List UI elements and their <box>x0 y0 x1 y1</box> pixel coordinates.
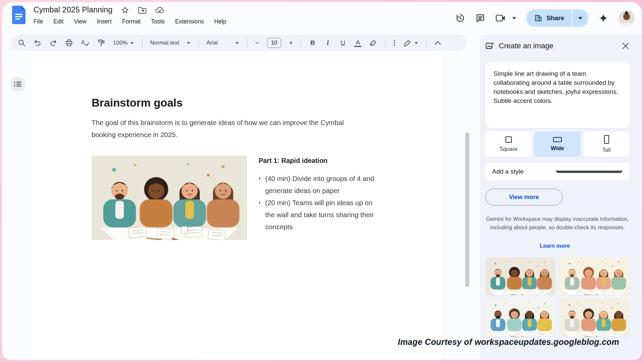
doc-bullet-item: • (20 min) Teams will pin ideas up on th… <box>259 197 389 233</box>
meet-caret-icon[interactable] <box>512 17 516 19</box>
svg-text:A: A <box>81 40 85 45</box>
star-icon[interactable] <box>121 6 129 14</box>
meet-icon[interactable] <box>495 14 516 22</box>
menu-file[interactable]: File <box>34 18 43 25</box>
generated-image-thumbnail[interactable] <box>559 299 630 337</box>
italic-button[interactable]: I <box>324 39 331 47</box>
square-ratio-icon <box>505 136 512 143</box>
font-select[interactable]: Arial <box>206 40 239 46</box>
cloud-status-icon[interactable] <box>155 6 165 14</box>
comments-icon[interactable] <box>475 13 485 23</box>
docs-file-icon[interactable] <box>12 6 25 24</box>
generated-image-thumbnail[interactable] <box>559 257 630 295</box>
menu-tools[interactable]: Tools <box>151 18 165 25</box>
image-courtesy-caption: Image Courtesy of workspaceupdates.googl… <box>398 337 619 347</box>
share-button[interactable]: Share <box>526 9 572 27</box>
page-right-edge <box>443 51 444 360</box>
font-size-increase[interactable]: + <box>289 39 293 47</box>
generated-image-thumbnail[interactable] <box>485 299 555 337</box>
gemini-icon[interactable] <box>598 13 608 23</box>
menu-edit[interactable]: Edit <box>53 18 63 25</box>
underline-button[interactable]: U <box>339 39 346 47</box>
aspect-wide-button[interactable]: Wide <box>534 131 581 157</box>
outline-icon <box>14 81 22 87</box>
topbar: Cymbal 2025 Planning File Edit View Inse… <box>2 2 642 34</box>
learn-more-link[interactable]: Learn more <box>540 243 570 249</box>
spellcheck-icon[interactable]: A <box>81 39 90 47</box>
aspect-square-button[interactable]: Square <box>485 131 532 157</box>
dropdown-caret-icon <box>555 171 623 173</box>
panel-title: Create an image <box>499 42 617 50</box>
font-size-input[interactable]: 10 <box>267 38 281 48</box>
add-style-dropdown[interactable]: Add a style <box>485 163 630 181</box>
more-vert-icon[interactable] <box>393 39 396 47</box>
aspect-ratio-options: Square Wide Tall <box>485 131 630 157</box>
zoom-select[interactable]: 100% <box>113 40 134 46</box>
view-more-button[interactable]: View more <box>485 189 562 205</box>
share-options-button[interactable] <box>572 9 588 27</box>
search-icon[interactable] <box>18 39 26 47</box>
pen-mode-select[interactable] <box>404 39 418 47</box>
doc-heading: Brainstorm goals <box>92 97 182 109</box>
text-color-button[interactable]: A <box>354 39 362 47</box>
doc-section-title: Part 1: Rapid ideation <box>259 157 389 165</box>
document-scrollbar[interactable] <box>465 132 469 287</box>
share-button-group: Share <box>526 9 588 27</box>
undo-icon[interactable] <box>34 39 42 47</box>
toolbar: A 100% Normal text Arial − 10 + B I U A <box>11 35 467 51</box>
menu-help[interactable]: Help <box>214 18 226 25</box>
font-size-decrease[interactable]: − <box>255 39 259 47</box>
doc-intro: The goal of this brainstorm is to genera… <box>92 117 360 141</box>
menu-insert[interactable]: Insert <box>97 18 112 25</box>
collapse-toolbar-icon[interactable] <box>434 41 441 45</box>
history-icon[interactable] <box>455 13 465 23</box>
close-icon[interactable] <box>622 42 629 50</box>
paragraph-style-select[interactable]: Normal text <box>150 40 191 46</box>
highlight-color-icon[interactable] <box>369 39 377 47</box>
menubar: File Edit View Insert Format Tools Exten… <box>34 18 226 25</box>
document-title[interactable]: Cymbal 2025 Planning <box>34 5 112 14</box>
document-outline-button[interactable] <box>10 76 25 92</box>
redo-icon[interactable] <box>49 39 57 47</box>
doc-bullet-item: • (40 min) Divide into groups of 4 and g… <box>259 173 389 197</box>
gemini-disclaimer: Gemini for Workspace may display inaccur… <box>485 215 630 232</box>
avatar[interactable] <box>619 10 635 26</box>
wide-ratio-icon <box>553 137 562 142</box>
print-icon[interactable] <box>65 39 73 47</box>
app-window: Cymbal 2025 Planning File Edit View Inse… <box>2 2 642 360</box>
generated-images-grid <box>485 257 630 337</box>
paint-format-icon[interactable] <box>97 39 105 47</box>
menu-extensions[interactable]: Extensions <box>175 18 204 25</box>
bold-button[interactable]: B <box>309 39 316 47</box>
aspect-tall-button[interactable]: Tall <box>583 131 630 157</box>
create-image-panel: Create an image Simple line art drawing … <box>480 35 642 360</box>
image-prompt-input[interactable]: Simple line art drawing of a team collab… <box>485 62 630 128</box>
create-image-icon <box>485 42 494 50</box>
menu-format[interactable]: Format <box>122 18 141 25</box>
move-folder-icon[interactable] <box>138 6 147 14</box>
generated-image-thumbnail[interactable] <box>485 257 555 295</box>
document-page[interactable]: Brainstorm goals The goal of this brains… <box>32 51 443 360</box>
inline-illustration[interactable] <box>92 156 247 240</box>
menu-view[interactable]: View <box>74 18 87 25</box>
tall-ratio-icon <box>604 135 609 144</box>
org-share-icon <box>534 14 542 22</box>
